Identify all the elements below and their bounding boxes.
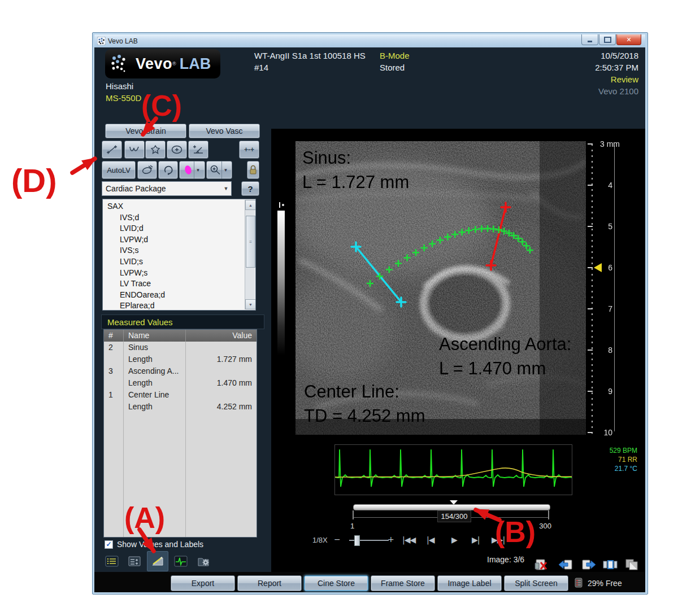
- image-label-button[interactable]: Image Label: [437, 575, 502, 591]
- cine-store-button[interactable]: Cine Store: [304, 575, 368, 591]
- close-button[interactable]: ✕: [616, 34, 641, 45]
- step-forward-icon: ▶|: [472, 535, 479, 544]
- frame-store-button[interactable]: Frame Store: [371, 575, 435, 591]
- measured-value-row[interactable]: Length1.727 mm: [104, 353, 257, 365]
- previous-image-button[interactable]: [558, 558, 573, 574]
- linear-measure-button[interactable]: [102, 141, 122, 159]
- vevo-strain-button[interactable]: Vevo Strain: [105, 124, 186, 138]
- logo-brand: Vevo: [136, 55, 172, 73]
- next-image-button[interactable]: [581, 558, 597, 574]
- zoom-dropdown[interactable]: ▼: [221, 161, 229, 178]
- measured-values-table[interactable]: # Name Value 2SinusLength1.727 mm3Ascend…: [103, 329, 257, 538]
- trace-measure-button[interactable]: [124, 141, 145, 159]
- protocol-item[interactable]: LVID;s: [103, 256, 255, 268]
- frame-counter: 154/300: [437, 510, 471, 522]
- step-forward-button[interactable]: ▶|: [472, 535, 479, 544]
- report-button[interactable]: Report: [237, 575, 302, 591]
- minimize-button[interactable]: [581, 34, 598, 45]
- protocol-item[interactable]: LVID;d: [103, 223, 255, 234]
- cine-scrubber[interactable]: [353, 504, 550, 510]
- tab-measurements[interactable]: [147, 551, 168, 571]
- vevo-vasc-button[interactable]: Vevo Vasc: [189, 124, 260, 138]
- color-roi-dropdown[interactable]: ▼: [194, 161, 202, 178]
- ruler-major-tick: [588, 349, 593, 351]
- focus-depth-marker[interactable]: [594, 263, 602, 272]
- vevo-dots-icon: [110, 53, 132, 75]
- measured-value-value: [185, 342, 257, 353]
- transducer-name: MS-550D: [106, 92, 141, 104]
- protocol-item[interactable]: IVS;s: [103, 245, 255, 256]
- measured-values-header: Measured Values: [101, 314, 264, 329]
- centerline-measurement-label: Center Line: TD = 4.252 mm: [304, 379, 425, 428]
- sketch-trace-button[interactable]: [137, 161, 157, 179]
- redo-trace-button[interactable]: [158, 161, 178, 179]
- sinus-title: Sinus:: [302, 146, 409, 170]
- redo-trace-icon: [162, 164, 175, 176]
- color-roi-icon: [182, 164, 194, 176]
- step-back-button[interactable]: |◀: [427, 535, 434, 544]
- delete-image-button[interactable]: [533, 558, 548, 574]
- depth-ruler: 3 mm45678910: [586, 139, 645, 439]
- protocol-item[interactable]: LV Trace: [103, 278, 255, 290]
- autolv-button[interactable]: AutoLV: [102, 161, 136, 179]
- maximize-button[interactable]: [599, 34, 616, 45]
- help-button[interactable]: ?: [241, 181, 259, 196]
- zoom-button[interactable]: ▼: [206, 161, 232, 179]
- sinus-measurement-label: Sinus: L = 1.727 mm: [302, 146, 409, 194]
- measured-value-row[interactable]: 1Center Line: [104, 389, 257, 401]
- protocol-item[interactable]: ENDOarea;d: [103, 290, 255, 301]
- scroll-down-icon[interactable]: ▼: [245, 299, 256, 309]
- scroll-up-icon[interactable]: ▲: [245, 200, 256, 210]
- skip-to-end-button[interactable]: ▶▶|: [492, 535, 505, 544]
- play-button[interactable]: ▶: [451, 535, 457, 544]
- distance-pair-button[interactable]: +-+: [239, 141, 259, 159]
- measured-value-row[interactable]: Length4.252 mm: [104, 401, 257, 413]
- ecg-strip: [334, 444, 572, 495]
- delete-image-icon: [533, 558, 548, 571]
- show-values-option[interactable]: ✓ Show Values and Labels: [105, 540, 203, 549]
- tab-list[interactable]: [102, 552, 122, 571]
- protocol-scrollbar[interactable]: ▲ ≡ ▼: [245, 200, 255, 309]
- measured-value-row[interactable]: Length1.470 mm: [104, 377, 257, 389]
- temperature-value: 21.7 °C: [570, 464, 637, 473]
- angle-measure-button[interactable]: [188, 141, 208, 159]
- ruler-tick-label: 3 mm: [600, 139, 612, 148]
- color-roi-button[interactable]: ▼: [179, 161, 205, 179]
- protocol-item[interactable]: EPlarea;d: [103, 300, 255, 311]
- tab-report[interactable]: [124, 552, 145, 571]
- plus-icon: +: [388, 535, 394, 544]
- ruler-tick-label: 8: [600, 346, 612, 355]
- measured-value-name: Ascending A...: [123, 365, 185, 377]
- window-controls: ✕: [581, 34, 673, 45]
- measured-value-row[interactable]: 3Ascending A...: [104, 365, 257, 377]
- show-values-checkbox[interactable]: ✓: [105, 540, 113, 549]
- speed-decrease-button[interactable]: −: [334, 535, 340, 544]
- tab-settings[interactable]: [194, 552, 214, 571]
- measured-value-row[interactable]: 2Sinus: [104, 342, 257, 353]
- image-browse-button[interactable]: [602, 558, 618, 574]
- speed-slider-thumb[interactable]: [354, 535, 360, 546]
- polygon-measure-button[interactable]: [145, 141, 166, 159]
- speed-increase-button[interactable]: +: [388, 535, 394, 544]
- export-button[interactable]: Export: [171, 575, 235, 591]
- ellipse-measure-button[interactable]: [167, 141, 187, 159]
- protocol-list[interactable]: SAXIVS;dLVID;dLVPW;dIVS;sLVID;sLVPW;sLV …: [102, 199, 256, 311]
- study-name: WT-AngII S1a 1st 100518 HS: [254, 50, 366, 62]
- skip-to-start-button[interactable]: |◀◀: [402, 535, 415, 544]
- window-titlebar[interactable]: Vevo LAB: [94, 34, 645, 47]
- protocol-item[interactable]: SAX: [103, 201, 255, 212]
- protocol-item[interactable]: LVPW;s: [103, 268, 255, 279]
- scroll-thumb[interactable]: ≡: [246, 216, 255, 268]
- ruler-tick-label: 9: [600, 387, 612, 396]
- measured-value-name: Length: [123, 401, 185, 413]
- aorta-title: Ascending Aorta:: [439, 332, 571, 356]
- image-compare-button[interactable]: [624, 558, 639, 574]
- split-screen-button[interactable]: Split Screen: [504, 575, 568, 591]
- package-select[interactable]: Cardiac Package ▼: [102, 181, 232, 196]
- tab-physio[interactable]: [171, 552, 191, 571]
- protocol-item[interactable]: LVPW;d: [103, 234, 255, 246]
- protocol-item[interactable]: IVS;d: [103, 212, 255, 224]
- lock-button[interactable]: [247, 161, 259, 179]
- maximize-icon: [604, 37, 611, 43]
- playback-speed: 1/8X: [312, 536, 328, 544]
